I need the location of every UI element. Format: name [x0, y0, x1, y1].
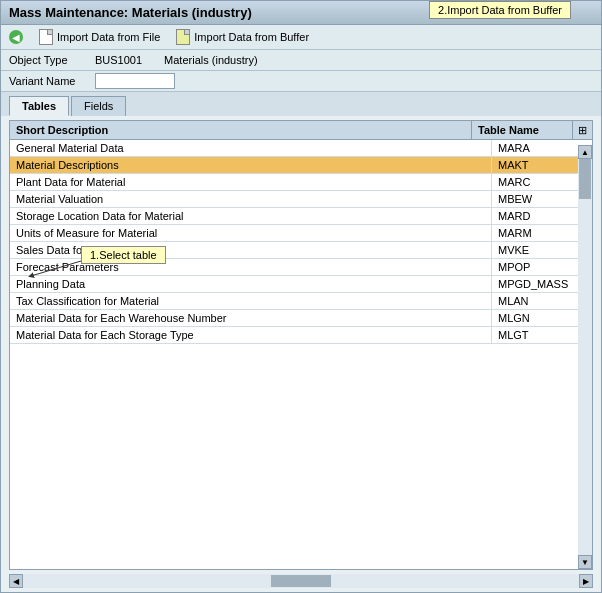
main-window: Mass Maintenance: Materials (industry) ◀…: [0, 0, 602, 593]
col-header-name: Table Name: [472, 121, 572, 139]
cell-desc: Material Valuation: [10, 191, 492, 207]
import-file-button[interactable]: Import Data from File: [39, 29, 160, 45]
cell-name: MPGD_MASS: [492, 276, 592, 292]
scroll-up-arrow[interactable]: ▲: [578, 145, 592, 159]
vertical-scrollbar[interactable]: ▲ ▼: [578, 145, 592, 569]
table-row[interactable]: Units of Measure for Material MARM: [10, 225, 592, 242]
column-settings-icon[interactable]: ⊞: [572, 121, 592, 139]
import-buffer-button[interactable]: Import Data from Buffer: [176, 29, 309, 45]
table-row[interactable]: Material Valuation MBEW: [10, 191, 592, 208]
table-row[interactable]: Sales Data for Material MVKE: [10, 242, 592, 259]
tabs-area: Tables Fields: [1, 92, 601, 116]
cell-name: MARA: [492, 140, 592, 156]
window-title: Mass Maintenance: Materials (industry): [9, 5, 252, 20]
cell-name: MAKT: [492, 157, 592, 173]
cell-name: MLGT: [492, 327, 592, 343]
cell-name: MBEW: [492, 191, 592, 207]
cell-desc: Tax Classification for Material: [10, 293, 492, 309]
scroll-right-arrow[interactable]: ▶: [579, 574, 593, 588]
scroll-left-arrow[interactable]: ◀: [9, 574, 23, 588]
variant-name-input[interactable]: [95, 73, 175, 89]
cell-name: MARC: [492, 174, 592, 190]
cell-name: MLAN: [492, 293, 592, 309]
cell-desc: Sales Data for Material: [10, 242, 492, 258]
object-type-value: BUS1001: [95, 54, 142, 66]
scroll-thumb[interactable]: [579, 159, 591, 199]
scroll-thumb-h[interactable]: [271, 575, 331, 587]
cell-desc: Material Descriptions: [10, 157, 492, 173]
table-row[interactable]: Tax Classification for Material MLAN: [10, 293, 592, 310]
cell-desc: Plant Data for Material: [10, 174, 492, 190]
scroll-track-h: [23, 574, 579, 588]
import-buffer-label: Import Data from Buffer: [194, 31, 309, 43]
import-buffer-icon: [176, 29, 190, 45]
content-area: 2.Import Data from Buffer Short Descript…: [1, 116, 601, 592]
cell-desc: Units of Measure for Material: [10, 225, 492, 241]
scroll-down-arrow[interactable]: ▼: [578, 555, 592, 569]
cell-desc: Planning Data: [10, 276, 492, 292]
variant-section: Variant Name: [1, 71, 601, 92]
import-buffer-callout: 2.Import Data from Buffer: [429, 1, 571, 19]
object-type-desc: Materials (industry): [164, 54, 258, 66]
table-row[interactable]: Storage Location Data for Material MARD: [10, 208, 592, 225]
cell-desc: General Material Data: [10, 140, 492, 156]
cell-desc: Forecast Parameters: [10, 259, 492, 275]
cell-name: MLGN: [492, 310, 592, 326]
table-row[interactable]: Plant Data for Material MARC: [10, 174, 592, 191]
toolbar: ◀ Import Data from File Import Data from…: [1, 25, 601, 50]
variant-name-label: Variant Name: [9, 75, 89, 87]
import-file-label: Import Data from File: [57, 31, 160, 43]
object-type-row: Object Type BUS1001 Materials (industry): [9, 54, 258, 66]
table-container: Short Description Table Name ⊞ General M…: [9, 120, 593, 570]
table-row[interactable]: Material Data for Each Warehouse Number …: [10, 310, 592, 327]
horizontal-scrollbar[interactable]: ◀ ▶: [9, 574, 593, 588]
tab-tables[interactable]: Tables: [9, 96, 69, 116]
back-button[interactable]: ◀: [9, 30, 23, 44]
tab-fields[interactable]: Fields: [71, 96, 126, 116]
cell-name: MARD: [492, 208, 592, 224]
table-body: General Material Data MARA Material Desc…: [10, 140, 592, 569]
scroll-track: [578, 159, 592, 555]
table-row[interactable]: Planning Data MPGD_MASS: [10, 276, 592, 293]
table-row[interactable]: Forecast Parameters MPOP: [10, 259, 592, 276]
cell-desc: Storage Location Data for Material: [10, 208, 492, 224]
object-type-label: Object Type: [9, 54, 89, 66]
table-row[interactable]: Material Data for Each Storage Type MLGT: [10, 327, 592, 344]
cell-name: MVKE: [492, 242, 592, 258]
cell-name: MARM: [492, 225, 592, 241]
table-row[interactable]: Material Descriptions MAKT: [10, 157, 592, 174]
table-header: Short Description Table Name ⊞: [10, 121, 592, 140]
back-icon: ◀: [9, 30, 23, 44]
variant-name-row: Variant Name: [9, 73, 175, 89]
import-file-icon: [39, 29, 53, 45]
cell-name: MPOP: [492, 259, 592, 275]
cell-desc: Material Data for Each Storage Type: [10, 327, 492, 343]
cell-desc: Material Data for Each Warehouse Number: [10, 310, 492, 326]
table-row[interactable]: General Material Data MARA: [10, 140, 592, 157]
col-header-desc: Short Description: [10, 121, 472, 139]
fields-section: Object Type BUS1001 Materials (industry): [1, 50, 601, 71]
